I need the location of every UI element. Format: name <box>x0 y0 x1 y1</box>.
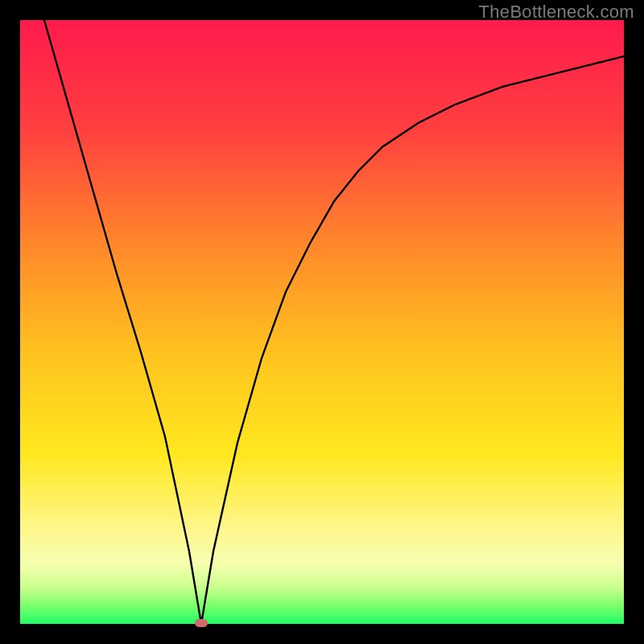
minimum-marker <box>195 619 208 627</box>
curve-layer <box>20 20 624 624</box>
chart-stage: TheBottleneck.com <box>0 0 644 644</box>
plot-area <box>20 20 624 624</box>
bottleneck-curve <box>20 20 624 624</box>
watermark-text: TheBottleneck.com <box>479 2 634 23</box>
